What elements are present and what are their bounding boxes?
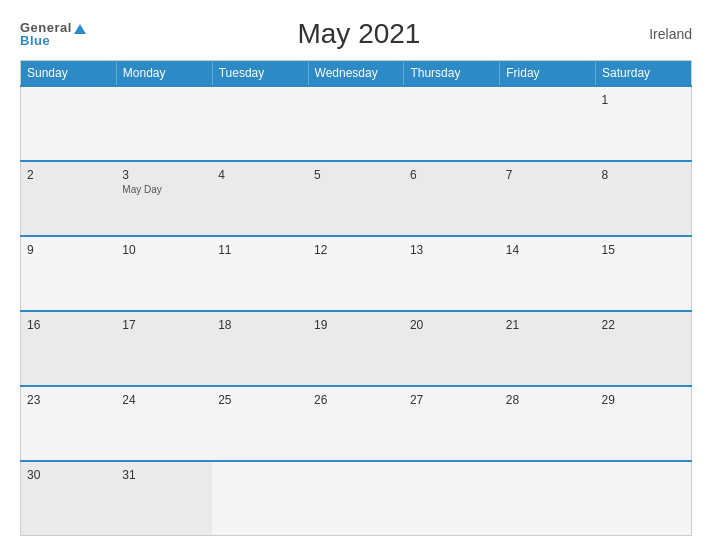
calendar-cell: 21 (500, 311, 596, 386)
calendar-cell (404, 461, 500, 536)
calendar-cell: 31 (116, 461, 212, 536)
day-number: 21 (506, 318, 590, 332)
day-number: 15 (602, 243, 685, 257)
calendar-cell: 16 (21, 311, 117, 386)
calendar-cell: 10 (116, 236, 212, 311)
day-number: 31 (122, 468, 206, 482)
day-number: 18 (218, 318, 302, 332)
day-number: 12 (314, 243, 398, 257)
calendar-cell (116, 86, 212, 161)
calendar-cell: 11 (212, 236, 308, 311)
calendar-week-row: 1 (21, 86, 692, 161)
calendar-cell: 27 (404, 386, 500, 461)
calendar-cell (308, 461, 404, 536)
calendar-cell: 6 (404, 161, 500, 236)
calendar-cell (308, 86, 404, 161)
calendar-cell: 2 (21, 161, 117, 236)
day-number: 11 (218, 243, 302, 257)
day-number: 3 (122, 168, 206, 182)
col-saturday: Saturday (596, 61, 692, 87)
calendar-cell: 20 (404, 311, 500, 386)
day-number: 17 (122, 318, 206, 332)
day-number: 29 (602, 393, 685, 407)
col-friday: Friday (500, 61, 596, 87)
day-number: 8 (602, 168, 685, 182)
calendar-cell: 22 (596, 311, 692, 386)
calendar-week-row: 23May Day45678 (21, 161, 692, 236)
page: General Blue May 2021 Ireland Sunday Mon… (0, 0, 712, 550)
day-number: 2 (27, 168, 110, 182)
calendar-cell: 14 (500, 236, 596, 311)
logo-blue-text: Blue (20, 34, 50, 47)
day-number: 22 (602, 318, 685, 332)
country-label: Ireland (632, 26, 692, 42)
calendar-cell (404, 86, 500, 161)
day-number: 10 (122, 243, 206, 257)
calendar-cell: 15 (596, 236, 692, 311)
calendar-week-row: 23242526272829 (21, 386, 692, 461)
day-number: 4 (218, 168, 302, 182)
day-number: 28 (506, 393, 590, 407)
calendar-body: 123May Day456789101112131415161718192021… (21, 86, 692, 536)
calendar-cell: 3May Day (116, 161, 212, 236)
day-number: 19 (314, 318, 398, 332)
logo-triangle-icon (74, 24, 86, 34)
calendar-cell: 7 (500, 161, 596, 236)
day-number: 16 (27, 318, 110, 332)
day-number: 23 (27, 393, 110, 407)
col-tuesday: Tuesday (212, 61, 308, 87)
calendar-cell: 1 (596, 86, 692, 161)
calendar-cell (500, 461, 596, 536)
calendar-cell: 24 (116, 386, 212, 461)
day-number: 20 (410, 318, 494, 332)
day-number: 27 (410, 393, 494, 407)
calendar-title: May 2021 (86, 18, 632, 50)
calendar-cell (212, 461, 308, 536)
calendar-cell: 18 (212, 311, 308, 386)
calendar-cell (212, 86, 308, 161)
calendar-cell: 30 (21, 461, 117, 536)
calendar-cell: 12 (308, 236, 404, 311)
col-monday: Monday (116, 61, 212, 87)
day-number: 9 (27, 243, 110, 257)
calendar-cell (21, 86, 117, 161)
day-number: 30 (27, 468, 110, 482)
day-number: 14 (506, 243, 590, 257)
calendar-week-row: 9101112131415 (21, 236, 692, 311)
calendar-cell: 8 (596, 161, 692, 236)
day-number: 24 (122, 393, 206, 407)
calendar-cell: 26 (308, 386, 404, 461)
col-wednesday: Wednesday (308, 61, 404, 87)
calendar-table: Sunday Monday Tuesday Wednesday Thursday… (20, 60, 692, 536)
calendar-cell: 28 (500, 386, 596, 461)
day-number: 7 (506, 168, 590, 182)
calendar-cell: 17 (116, 311, 212, 386)
calendar-cell: 19 (308, 311, 404, 386)
day-number: 13 (410, 243, 494, 257)
day-number: 26 (314, 393, 398, 407)
calendar-cell: 5 (308, 161, 404, 236)
calendar-week-row: 16171819202122 (21, 311, 692, 386)
calendar-cell: 25 (212, 386, 308, 461)
calendar-cell (596, 461, 692, 536)
calendar-cell: 23 (21, 386, 117, 461)
calendar-header: Sunday Monday Tuesday Wednesday Thursday… (21, 61, 692, 87)
header: General Blue May 2021 Ireland (20, 18, 692, 50)
day-number: 1 (602, 93, 685, 107)
calendar-week-row: 3031 (21, 461, 692, 536)
day-number: 25 (218, 393, 302, 407)
calendar-cell: 29 (596, 386, 692, 461)
calendar-cell (500, 86, 596, 161)
day-number: 5 (314, 168, 398, 182)
days-of-week-row: Sunday Monday Tuesday Wednesday Thursday… (21, 61, 692, 87)
calendar-cell: 9 (21, 236, 117, 311)
calendar-cell: 4 (212, 161, 308, 236)
col-sunday: Sunday (21, 61, 117, 87)
calendar-cell: 13 (404, 236, 500, 311)
holiday-label: May Day (122, 184, 206, 195)
col-thursday: Thursday (404, 61, 500, 87)
day-number: 6 (410, 168, 494, 182)
logo: General Blue (20, 21, 86, 47)
